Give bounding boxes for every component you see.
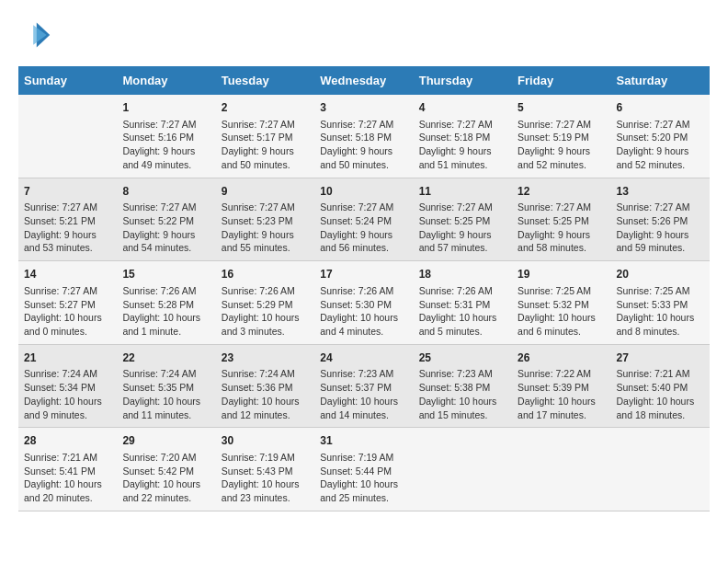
sunrise-info: Sunrise: 7:27 AM [122,201,210,214]
daylight-info: Daylight: 9 hours and 56 minutes. [320,228,407,255]
weekday-header: Sunday [18,66,117,95]
daylight-info: Daylight: 10 hours and 14 minutes. [320,395,407,421]
calendar-week-row: 1 Sunrise: 7:27 AM Sunset: 5:16 PM Dayli… [18,95,710,178]
sunrise-info: Sunrise: 7:22 AM [518,367,605,381]
weekday-header: Thursday [414,66,512,95]
day-number: 22 [122,350,210,366]
daylight-info: Daylight: 9 hours and 53 minutes. [24,228,111,255]
sunset-info: Sunset: 5:28 PM [122,298,210,312]
calendar-cell: 4 Sunrise: 7:27 AM Sunset: 5:18 PM Dayli… [414,95,512,178]
sunrise-info: Sunrise: 7:27 AM [617,118,704,132]
calendar-cell: 23 Sunrise: 7:24 AM Sunset: 5:36 PM Dayl… [216,344,314,428]
sunrise-info: Sunrise: 7:27 AM [122,118,210,132]
calendar-cell: 26 Sunrise: 7:22 AM Sunset: 5:39 PM Dayl… [512,344,610,428]
daylight-info: Daylight: 10 hours and 4 minutes. [320,311,407,338]
sunset-info: Sunset: 5:40 PM [617,381,704,395]
sunset-info: Sunset: 5:17 PM [222,131,309,144]
daylight-info: Daylight: 10 hours and 6 minutes. [518,311,605,338]
daylight-info: Daylight: 9 hours and 58 minutes. [518,228,605,255]
sunset-info: Sunset: 5:32 PM [518,298,605,312]
weekday-header: Tuesday [216,66,314,95]
calendar-cell: 31 Sunrise: 7:19 AM Sunset: 5:44 PM Dayl… [314,428,413,511]
day-number: 4 [419,100,506,116]
calendar-cell: 15 Sunrise: 7:26 AM Sunset: 5:28 PM Dayl… [117,261,215,345]
sunset-info: Sunset: 5:21 PM [24,214,111,228]
calendar-cell: 18 Sunrise: 7:26 AM Sunset: 5:31 PM Dayl… [414,261,512,345]
daylight-info: Daylight: 10 hours and 8 minutes. [617,311,704,338]
day-number: 29 [122,433,210,449]
day-number: 18 [419,267,506,282]
sunrise-info: Sunrise: 7:24 AM [222,367,309,381]
calendar-cell: 2 Sunrise: 7:27 AM Sunset: 5:17 PM Dayli… [216,95,314,178]
calendar-week-row: 28 Sunrise: 7:21 AM Sunset: 5:41 PM Dayl… [18,428,710,511]
day-number: 6 [617,100,704,116]
daylight-info: Daylight: 10 hours and 25 minutes. [320,477,407,504]
calendar-header-row: SundayMondayTuesdayWednesdayThursdayFrid… [18,66,710,95]
calendar-cell [512,428,610,511]
day-number: 10 [320,184,407,200]
calendar-cell: 5 Sunrise: 7:27 AM Sunset: 5:19 PM Dayli… [512,95,610,178]
sunset-info: Sunset: 5:25 PM [518,214,605,228]
calendar-cell: 13 Sunrise: 7:27 AM Sunset: 5:26 PM Dayl… [611,178,710,261]
day-number: 15 [122,267,210,282]
day-number: 26 [518,350,605,366]
sunrise-info: Sunrise: 7:25 AM [617,284,704,298]
sunrise-info: Sunrise: 7:27 AM [518,118,605,132]
calendar-cell: 12 Sunrise: 7:27 AM Sunset: 5:25 PM Dayl… [512,178,610,261]
sunset-info: Sunset: 5:29 PM [222,298,309,312]
day-number: 11 [419,184,506,200]
calendar-cell: 21 Sunrise: 7:24 AM Sunset: 5:34 PM Dayl… [18,344,117,428]
sunrise-info: Sunrise: 7:27 AM [518,201,605,214]
sunset-info: Sunset: 5:25 PM [419,214,506,228]
calendar-cell [414,428,512,511]
day-number: 19 [518,267,605,282]
calendar-cell: 20 Sunrise: 7:25 AM Sunset: 5:33 PM Dayl… [611,261,710,345]
daylight-info: Daylight: 10 hours and 22 minutes. [122,477,210,504]
sunrise-info: Sunrise: 7:26 AM [222,284,309,298]
sunrise-info: Sunrise: 7:20 AM [122,451,210,465]
logo-icon [18,18,51,52]
weekday-header: Monday [117,66,215,95]
sunset-info: Sunset: 5:44 PM [320,465,407,478]
sunset-info: Sunset: 5:42 PM [122,465,210,478]
calendar-week-row: 21 Sunrise: 7:24 AM Sunset: 5:34 PM Dayl… [18,344,710,428]
day-number: 13 [617,184,704,200]
daylight-info: Daylight: 10 hours and 1 minute. [122,311,210,338]
calendar-cell: 11 Sunrise: 7:27 AM Sunset: 5:25 PM Dayl… [414,178,512,261]
sunset-info: Sunset: 5:34 PM [24,381,111,395]
day-number: 14 [24,267,111,282]
sunset-info: Sunset: 5:39 PM [518,381,605,395]
calendar-cell: 6 Sunrise: 7:27 AM Sunset: 5:20 PM Dayli… [611,95,710,178]
sunset-info: Sunset: 5:19 PM [518,131,605,144]
daylight-info: Daylight: 10 hours and 17 minutes. [518,395,605,421]
weekday-header: Saturday [611,66,710,95]
sunrise-info: Sunrise: 7:23 AM [419,367,506,381]
day-number: 8 [122,184,210,200]
day-number: 5 [518,100,605,116]
day-number: 2 [222,100,309,116]
sunrise-info: Sunrise: 7:19 AM [222,451,309,465]
sunrise-info: Sunrise: 7:26 AM [122,284,210,298]
sunrise-info: Sunrise: 7:25 AM [518,284,605,298]
daylight-info: Daylight: 9 hours and 57 minutes. [419,228,506,255]
daylight-info: Daylight: 9 hours and 50 minutes. [222,144,309,171]
sunset-info: Sunset: 5:26 PM [617,214,704,228]
logo [18,18,55,52]
sunrise-info: Sunrise: 7:26 AM [320,284,407,298]
page-header [18,18,710,52]
daylight-info: Daylight: 10 hours and 20 minutes. [24,477,111,504]
sunrise-info: Sunrise: 7:27 AM [419,201,506,214]
daylight-info: Daylight: 10 hours and 12 minutes. [222,395,309,421]
calendar-cell: 9 Sunrise: 7:27 AM Sunset: 5:23 PM Dayli… [216,178,314,261]
daylight-info: Daylight: 9 hours and 50 minutes. [320,144,407,171]
sunset-info: Sunset: 5:37 PM [320,381,407,395]
day-number: 24 [320,350,407,366]
calendar-cell: 28 Sunrise: 7:21 AM Sunset: 5:41 PM Dayl… [18,428,117,511]
day-number: 27 [617,350,704,366]
day-number: 28 [24,433,111,449]
day-number: 20 [617,267,704,282]
day-number: 17 [320,267,407,282]
daylight-info: Daylight: 9 hours and 49 minutes. [122,144,210,171]
weekday-header: Friday [512,66,610,95]
sunrise-info: Sunrise: 7:26 AM [419,284,506,298]
